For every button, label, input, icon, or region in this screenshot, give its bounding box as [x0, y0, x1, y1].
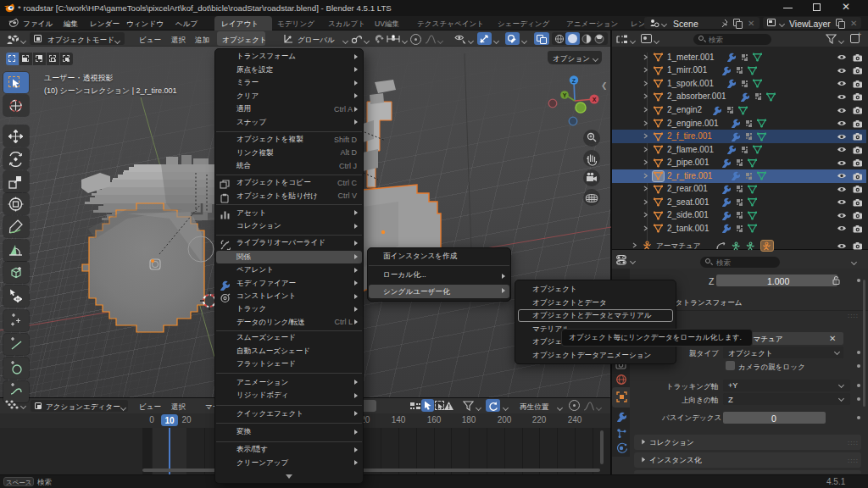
svg-text:Y: Y — [563, 92, 567, 98]
svg-text:Z: Z — [572, 78, 576, 84]
svg-text:X: X — [593, 97, 597, 103]
